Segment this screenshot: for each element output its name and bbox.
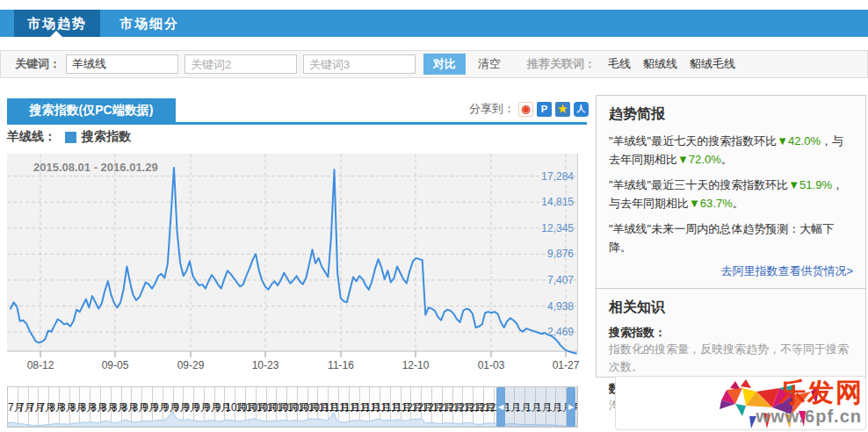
svg-text:7,407: 7,407: [547, 274, 574, 286]
suggested-keyword-link[interactable]: 毛线: [608, 57, 631, 70]
x-axis-tick-label: 09-29: [177, 359, 205, 371]
trend-delta-value: ▼42.0%: [777, 134, 821, 148]
suggested-keyword-link[interactable]: 貂绒毛线: [690, 57, 735, 70]
keyword-input-2[interactable]: [184, 54, 297, 74]
keyword-input-1[interactable]: [66, 54, 178, 74]
trend-briefing-section: 趋势简报 "羊绒线"最近七天的搜索指数环比▼42.0%，与去年同期相比▼72.0…: [597, 96, 865, 288]
chart-canvas: 17,28414,81512,3459,8767,4074,9382,469: [7, 154, 578, 358]
search-index-chart: 17,28414,81512,3459,8767,4074,9382,469: [7, 154, 578, 358]
svg-text:9,876: 9,876: [547, 248, 574, 260]
watermark-url: www.6pf.cn: [756, 407, 862, 427]
x-axis-tick-label: 12-10: [402, 359, 430, 371]
legend-keyword: 羊绒线：: [7, 129, 56, 145]
chart-tab-underline: [7, 122, 587, 125]
suggest-label: 推荐关联词：: [527, 56, 596, 72]
briefing-item: "羊绒线"最近三十天的搜索指数环比▼51.9%，与去年同期相比▼63.7%。: [609, 176, 853, 213]
svg-text:4,938: 4,938: [547, 300, 574, 313]
chart-date-range: 2015.08.01 - 2016.01.29: [33, 161, 158, 174]
trend-delta-value: ▼63.7%: [689, 197, 733, 210]
top-tab-bar: 市场趋势 市场细分: [0, 10, 868, 37]
svg-text:14,815: 14,815: [541, 196, 574, 208]
trend-briefing-title: 趋势简报: [609, 105, 853, 124]
trend-delta-value: ▼72.0%: [677, 153, 721, 166]
slider-left-handle[interactable]: ◀: [496, 387, 505, 427]
right-panel: 趋势简报 "羊绒线"最近七天的搜索指数环比▼42.0%，与去年同期相比▼72.0…: [596, 95, 866, 378]
watermark-site-name: 乐发网: [779, 375, 864, 411]
knowledge-term: 搜索指数：: [609, 325, 853, 341]
trend-delta-value: ▼51.9%: [788, 178, 832, 191]
pengyou-share-icon[interactable]: P: [537, 102, 552, 117]
briefing-item: "羊绒线"最近七天的搜索指数环比▼42.0%，与去年同期相比▼72.0%。: [609, 132, 853, 169]
keyword-label: 关键词：: [15, 56, 61, 72]
x-axis-tick-label: 09-05: [102, 359, 129, 371]
keyword-input-3[interactable]: [303, 54, 416, 74]
compare-button[interactable]: 对比: [423, 54, 466, 75]
slider-right-handle[interactable]: ▶: [567, 387, 575, 427]
x-axis-tick-label: 01-03: [478, 359, 505, 371]
keyword-bar: 关键词： 对比 清空 推荐关联词： 毛线貂绒线貂绒毛线: [0, 50, 868, 78]
svg-text:12,345: 12,345: [541, 222, 574, 234]
x-axis-tick-label: 10-23: [252, 359, 279, 371]
knowledge-desc: 指数化的搜索量，反映搜索趋势，不等同于搜索次数。: [609, 341, 853, 376]
qzone-share-icon[interactable]: ★: [555, 102, 570, 117]
x-axis-tick-label: 08-12: [27, 359, 54, 371]
share-row: 分享到： ◉ P ★ 人: [469, 101, 589, 117]
svg-text:17,284: 17,284: [541, 170, 574, 183]
svg-text:2,469: 2,469: [547, 326, 574, 338]
legend-series-label: 搜索指数: [82, 129, 131, 145]
chart-legend: 羊绒线： 搜索指数: [7, 129, 131, 145]
renren-share-icon[interactable]: 人: [574, 102, 589, 117]
tab-search-index[interactable]: 搜索指数(仅PC端数据): [7, 98, 176, 122]
watermark-card: 乐发网 www.6pf.cn: [615, 376, 866, 430]
sina-weibo-share-icon[interactable]: ◉: [518, 102, 533, 117]
x-axis-tick-label: 01-27: [553, 359, 580, 371]
related-knowledge-title: 相关知识: [609, 299, 853, 317]
share-label: 分享到：: [469, 101, 515, 117]
tab-market-segment[interactable]: 市场细分: [100, 10, 199, 37]
active-tab-notch: [50, 31, 62, 37]
trend-briefing-items: "羊绒线"最近七天的搜索指数环比▼42.0%，与去年同期相比▼72.0%。"羊绒…: [609, 132, 853, 257]
briefing-item: "羊绒线"未来一周内的总体趋势预测：大幅下降。: [609, 220, 853, 257]
legend-color-swatch: [65, 132, 76, 143]
ali-index-link[interactable]: 去阿里指数查看供货情况>: [609, 263, 853, 279]
clear-button[interactable]: 清空: [478, 56, 501, 72]
suggested-keywords: 毛线貂绒线貂绒毛线: [596, 56, 735, 72]
slider-selected-range[interactable]: [496, 387, 575, 427]
x-axis-tick-label: 11-16: [328, 359, 354, 371]
suggested-keyword-link[interactable]: 貂绒线: [643, 57, 677, 70]
date-range-slider[interactable]: 7月7月7月7月8月8月8月8月8月8月8月8月8月9月9月9月9月9月9月9月…: [7, 386, 578, 428]
